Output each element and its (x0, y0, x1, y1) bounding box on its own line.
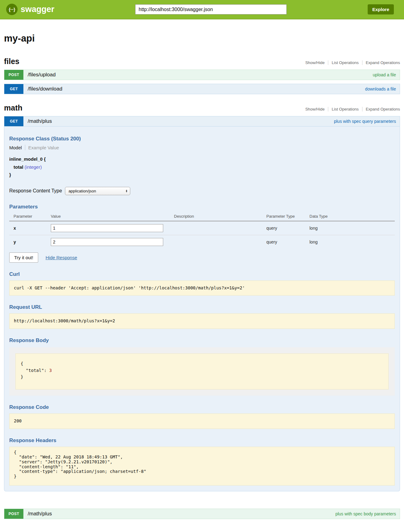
resource-controls-files: Show/Hide List Operations Expand Operati… (302, 60, 400, 65)
response-body-close-brace: } (21, 374, 383, 381)
parameter-name: y (9, 235, 51, 249)
parameter-data-type: long (309, 221, 395, 235)
model-tabs: Model Example Value (9, 145, 395, 150)
resource-controls-math: Show/Hide List Operations Expand Operati… (302, 107, 400, 111)
show-hide-link[interactable]: Show/Hide (302, 60, 328, 65)
operation-get-math-plus: GET /math/plus plus with spec query para… (4, 116, 400, 491)
parameter-x-input[interactable] (51, 224, 163, 232)
hide-response-link[interactable]: Hide Response (46, 255, 77, 260)
model-property: total (integer) (9, 163, 395, 171)
tab-model[interactable]: Model (9, 145, 22, 150)
response-body-total-line: "total": 3 (21, 367, 383, 374)
method-badge-post: POST (4, 70, 23, 80)
explore-button[interactable]: Explore (368, 4, 394, 14)
response-content-type-select[interactable]: application/json (65, 187, 130, 195)
parameter-type: query (266, 221, 309, 235)
operation-summary-link[interactable]: upload a file (373, 72, 396, 77)
operation-heading[interactable]: POST /files/upload upload a file (4, 70, 400, 80)
show-hide-link[interactable]: Show/Hide (302, 107, 328, 111)
model-property-name: total (14, 164, 23, 170)
col-header-parameter: Parameter (9, 212, 51, 221)
operation-path-link[interactable]: /math/plus (28, 118, 52, 124)
response-content-type-select-wrap: application/json ▲▼ (65, 187, 130, 195)
model-signature: inline_model_0 { total (integer) } (9, 155, 395, 179)
model-close-brace: } (9, 171, 395, 179)
list-operations-link[interactable]: List Operations (328, 107, 362, 111)
parameter-type: query (266, 235, 309, 249)
page-title: my-api (4, 33, 400, 44)
request-url-box: http://localhost:3000/math/plus?x=1&y=2 (9, 313, 395, 329)
operation-summary-link[interactable]: plus with spec body parameters (335, 511, 396, 516)
resource-header-math: math Show/Hide List Operations Expand Op… (4, 103, 400, 112)
model-property-type: (integer) (25, 164, 42, 170)
operation-path-link[interactable]: /files/upload (28, 72, 56, 78)
list-operations-link[interactable]: List Operations (328, 60, 362, 65)
operation-heading[interactable]: POST /math/plus plus with spec body para… (4, 509, 400, 519)
response-content-type-label: Response Content Type (9, 188, 62, 194)
parameter-y-input[interactable] (51, 238, 163, 246)
response-headers-box: { "date": "Wed, 22 Aug 2018 18:49:13 GMT… (9, 447, 395, 486)
tab-example-value[interactable]: Example Value (28, 145, 59, 150)
parameter-row-x: x query long (9, 221, 395, 235)
request-url-text: http://localhost:3000/math/plus?x=1&y=2 (14, 318, 390, 324)
resource-header-files: files Show/Hide List Operations Expand O… (4, 57, 400, 66)
request-url-title: Request URL (9, 304, 395, 310)
parameter-row-y: y query long (9, 235, 395, 249)
parameters-title: Parameters (9, 204, 395, 210)
swagger-logo-icon: {···} (6, 4, 18, 15)
parameters-table: Parameter Value Description Parameter Ty… (9, 212, 395, 249)
curl-command-text: curl -X GET --header 'Accept: applicatio… (14, 285, 390, 292)
operation-post-files-upload: POST /files/upload upload a file (4, 70, 400, 80)
parameter-data-type: long (309, 235, 395, 249)
swagger-logo-text: swagger (21, 5, 55, 14)
curl-title: Curl (9, 271, 395, 277)
submit-row: Try it out! Hide Response (9, 252, 395, 263)
parameter-name: x (9, 221, 51, 235)
expand-operations-link[interactable]: Expand Operations (362, 107, 400, 111)
response-class-title: Response Class (Status 200) (9, 136, 395, 142)
resource-name-files[interactable]: files (4, 57, 19, 66)
model-open-brace: inline_model_0 { (9, 155, 395, 163)
response-body-title: Response Body (9, 337, 395, 344)
response-code-value: 200 (14, 418, 390, 425)
operation-heading[interactable]: GET /files/download downloads a file (4, 84, 400, 94)
parameter-description (174, 221, 266, 235)
col-header-value: Value (51, 212, 174, 221)
response-code-box: 200 (9, 413, 395, 429)
response-body-total-value: 3 (49, 368, 52, 373)
method-badge-get: GET (4, 116, 23, 126)
method-badge-get: GET (4, 84, 23, 94)
parameters-header-row: Parameter Value Description Parameter Ty… (9, 212, 395, 221)
response-headers-title: Response Headers (9, 437, 395, 444)
spec-url-input[interactable] (135, 4, 287, 14)
operation-path-link[interactable]: /math/plus (28, 511, 52, 517)
operation-summary-link[interactable]: downloads a file (365, 87, 396, 91)
tab-divider (25, 145, 25, 150)
response-code-title: Response Code (9, 404, 395, 410)
col-header-parameter-type: Parameter Type (266, 212, 309, 221)
response-body-container: { "total": 3 } (9, 347, 395, 396)
response-content-type-row: Response Content Type application/json ▲… (9, 187, 395, 195)
swagger-ui-wrap: my-api files Show/Hide List Operations E… (0, 33, 404, 532)
operation-summary-link[interactable]: plus with spec query parameters (334, 119, 396, 124)
response-body-box: { "total": 3 } (15, 353, 389, 389)
top-bar: {···} swagger Explore (0, 0, 404, 19)
operation-path-link[interactable]: /files/download (28, 86, 62, 92)
try-it-out-button[interactable]: Try it out! (9, 252, 38, 263)
parameter-description (174, 235, 266, 249)
expand-operations-link[interactable]: Expand Operations (362, 60, 400, 65)
col-header-description: Description (174, 212, 266, 221)
method-badge-post: POST (4, 509, 23, 519)
resource-name-math[interactable]: math (4, 103, 22, 112)
col-header-data-type: Data Type (309, 212, 395, 221)
response-body-open-brace: { (21, 361, 383, 367)
operation-get-files-download: GET /files/download downloads a file (4, 84, 400, 94)
operation-detail-panel: Response Class (Status 200) Model Exampl… (4, 127, 400, 491)
swagger-logo[interactable]: {···} swagger (6, 4, 55, 15)
curl-command-box: curl -X GET --header 'Accept: applicatio… (9, 280, 395, 296)
operation-post-math-plus: POST /math/plus plus with spec body para… (4, 509, 400, 519)
operation-heading[interactable]: GET /math/plus plus with spec query para… (4, 116, 400, 127)
